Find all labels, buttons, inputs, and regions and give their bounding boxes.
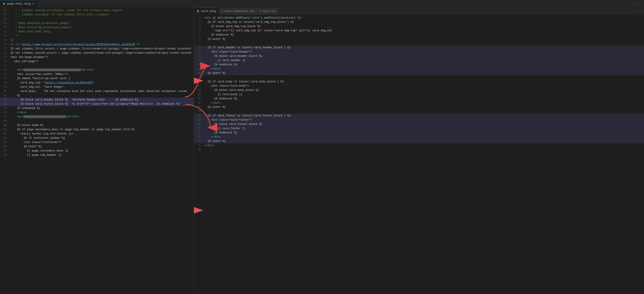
line-content: {% endblock %} bbox=[204, 131, 644, 135]
token: {% endif %} bbox=[204, 37, 226, 41]
code-line: 6 {% endif %} bbox=[194, 37, 644, 41]
token: {{ page.top_header }} bbox=[10, 153, 62, 156]
code-line: 84 {% block card_footer_block %} <a href… bbox=[0, 102, 194, 106]
line-number: 85 bbox=[0, 106, 10, 110]
token: </div> bbox=[204, 101, 221, 105]
code-line: 30 {% endif %} bbox=[194, 139, 644, 144]
line-content: {% if card_body or block('card_body_bloc… bbox=[204, 80, 644, 84]
line-content: */ bbox=[10, 34, 194, 38]
line-number: 84 bbox=[0, 102, 10, 106]
code-line: 75 bbox=[0, 64, 194, 68]
token: card_img_top: " bbox=[10, 81, 45, 84]
line-content: {% block head %} bbox=[10, 123, 194, 128]
line-content: <div class="container"> bbox=[10, 140, 194, 145]
line-content: * - sidebar_second_attributes: items for… bbox=[10, 8, 194, 12]
token: {% embed "bootstrap:card" with { bbox=[10, 77, 70, 80]
left-more-button[interactable]: ··· bbox=[631, 1, 644, 6]
tab-card-component-yml[interactable]: !card.component.yml bbox=[219, 7, 257, 15]
code-line: 2 {% if card_img_top or block('card_img_… bbox=[194, 20, 644, 24]
token: {% if card_body or block('card_body_bloc… bbox=[204, 80, 284, 83]
code-line: 27 {{ card_footer }} bbox=[194, 126, 644, 131]
line-content bbox=[10, 64, 194, 68]
line-number: 64 bbox=[0, 17, 10, 21]
code-line: 17 <div class="card-body"> bbox=[194, 84, 644, 88]
code-line: 32 bbox=[194, 148, 644, 152]
line-content: <br><br><br> bbox=[10, 68, 194, 72]
code-line: 72{% set sidebar_second_exists = page.si… bbox=[0, 51, 194, 55]
token: * bbox=[10, 17, 17, 20]
line-number: 65 bbox=[0, 21, 10, 25]
line-number: 7 bbox=[194, 41, 204, 45]
line-content: <div id="page"> bbox=[10, 59, 194, 64]
tab-card-twig[interactable]: 🍃card.twig bbox=[194, 7, 219, 15]
tab-page-html-twig[interactable]: 🍃 page.html.twig × bbox=[0, 0, 37, 7]
line-number: 1 bbox=[194, 16, 204, 20]
token: {% endblock %} bbox=[204, 97, 238, 100]
line-content bbox=[10, 119, 194, 123]
line-number: 80 bbox=[0, 85, 10, 89]
token: {% block head %} bbox=[10, 124, 44, 127]
token: * - sidebar_collapse: If the sidebar_fir… bbox=[10, 13, 110, 16]
line-content: {% if card_img_top or block('card_img_to… bbox=[204, 20, 644, 24]
code-line: 81 card_body: "Ut est consecte esse est … bbox=[0, 89, 194, 93]
token: */ bbox=[10, 34, 18, 37]
code-line: 83 {% block card_header_block %} <h1>Car… bbox=[0, 98, 194, 102]
line-content: <img src="{{ card_img_top }}" class="car… bbox=[204, 28, 644, 33]
line-number: 66 bbox=[0, 25, 10, 29]
line-content: * @see html.html.twig bbox=[10, 29, 194, 34]
code-line: 5 {% endblock %} bbox=[194, 33, 644, 37]
line-number: 14 bbox=[194, 71, 204, 75]
code-line: 16 {% if card_body or block('card_body_b… bbox=[194, 80, 644, 84]
line-number: 12 bbox=[194, 63, 204, 67]
twig-file-icon: 🍃 bbox=[2, 2, 6, 5]
left-code-area[interactable]: 62 * - sidebar_second_attributes: items … bbox=[0, 7, 194, 294]
line-content: </div> bbox=[10, 110, 194, 115]
code-line: 73<div id="page-wrapper"> bbox=[0, 55, 194, 59]
token: <div style="max-width: 500px;"> bbox=[10, 73, 68, 76]
line-number: 31 bbox=[194, 144, 204, 148]
code-line: 70{# see https://www.drupal.org/project/… bbox=[0, 42, 194, 47]
line-content: <div class="card-footer"> bbox=[204, 118, 644, 122]
line-number: 83 bbox=[0, 98, 10, 102]
line-content: {% endif %} bbox=[10, 145, 194, 149]
line-number: 88 bbox=[0, 119, 10, 123]
token: {% endif %} bbox=[10, 145, 42, 148]
line-content: <br><br><br> bbox=[10, 115, 194, 119]
line-number: 70 bbox=[0, 42, 10, 47]
tab-close-button[interactable]: × bbox=[32, 2, 34, 5]
tab-label: card.css bbox=[263, 9, 276, 13]
line-number: 32 bbox=[194, 148, 204, 152]
line-number: 13 bbox=[194, 67, 204, 71]
line-content: {% if container_navbar %} bbox=[10, 136, 194, 140]
line-content: #} bbox=[10, 38, 194, 42]
token: {% if page.secondary_menu or page.top_he… bbox=[10, 128, 135, 131]
line-content: {% block card_footer_block %} <a href="#… bbox=[10, 102, 194, 106]
right-more-button[interactable]: ··· bbox=[631, 9, 644, 13]
line-content: card_body: "Ut est consecte esse est nis… bbox=[10, 89, 194, 93]
line-content: {% block card_header_block %} bbox=[204, 54, 644, 58]
line-content: {% block card_img_top_block %} bbox=[204, 24, 644, 28]
redacted-content bbox=[24, 115, 66, 118]
left-tab-group: 🍃 page.html.twig × bbox=[0, 0, 37, 7]
line-number: 22 bbox=[194, 105, 204, 109]
code-line: 7 bbox=[194, 41, 644, 45]
line-content: <div class="card-body"> bbox=[204, 84, 644, 88]
code-line: 89 {% block head %} bbox=[0, 123, 194, 128]
left-pane: 62 * - sidebar_second_attributes: items … bbox=[0, 7, 194, 294]
line-number: 9 bbox=[194, 50, 204, 54]
token: card_img_alt: "Card Image", bbox=[10, 85, 65, 89]
line-number: 87 bbox=[0, 115, 10, 119]
line-content: {% endif %} bbox=[204, 139, 644, 144]
right-pane: 🍃card.twig!card.component.yml#card.css ·… bbox=[194, 7, 644, 294]
code-line: 15 bbox=[194, 75, 644, 80]
tab-card-css[interactable]: #card.css bbox=[257, 7, 279, 15]
token: {% if container_navbar %} bbox=[10, 136, 65, 140]
line-content: * bbox=[10, 17, 194, 21]
right-code-area[interactable]: 1<div {{ attributes.addClass('card').add… bbox=[194, 15, 644, 294]
code-line: 69#} bbox=[0, 38, 194, 42]
code-line: 26 {% block card_footer_block %} bbox=[194, 122, 644, 126]
token: {{ card_body }} bbox=[204, 93, 242, 96]
token: <div class="card-body"> bbox=[204, 84, 249, 87]
line-content: card_img_top: "https://placehold.co/600x… bbox=[10, 81, 194, 85]
line-content: {{ card_header }} bbox=[204, 58, 644, 63]
